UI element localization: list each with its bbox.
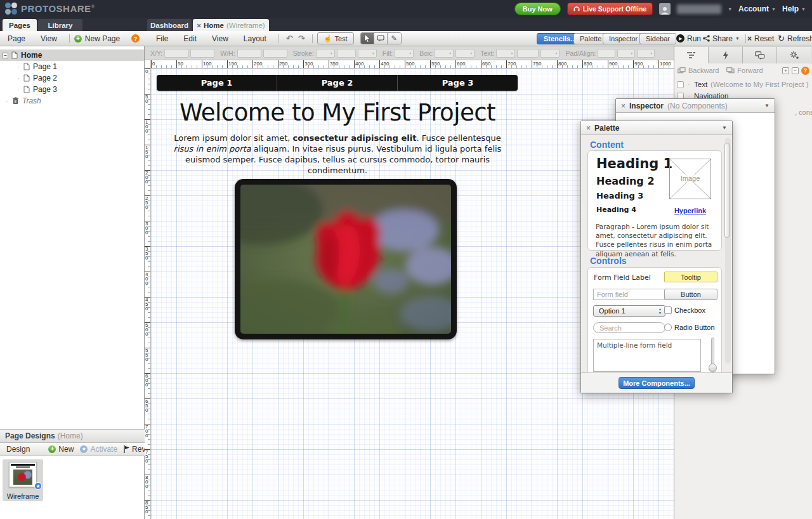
refresh-button[interactable]: ↻Refresh xyxy=(778,34,812,43)
tab-close-icon[interactable]: × xyxy=(197,22,201,29)
comment-tool[interactable] xyxy=(374,33,388,44)
text-font-dropdown[interactable]: ▾ xyxy=(496,49,515,58)
palette-radio[interactable]: Radio Button xyxy=(664,324,715,331)
inspector-button[interactable]: Inspector xyxy=(603,33,644,44)
share-button[interactable]: Share ▼ xyxy=(703,34,740,43)
layout-menu[interactable]: Layout xyxy=(236,34,274,43)
new-design-button[interactable]: +New xyxy=(45,445,77,454)
palette-textarea[interactable]: Multiple-line form field xyxy=(593,339,701,372)
user-avatar[interactable] xyxy=(659,3,671,15)
design-thumbnail-wireframe[interactable]: ★ Wireframe xyxy=(3,459,43,501)
expand-all-button[interactable]: + xyxy=(782,67,789,74)
help-menu[interactable]: Help▼ xyxy=(782,4,806,13)
wireframe-paragraph[interactable]: Lorem ipsum dolor sit amet, consectetur … xyxy=(170,133,505,176)
wireframe-navigation-bar[interactable]: Page 1 Page 2 Page 3 xyxy=(157,75,518,91)
username-blurred[interactable] xyxy=(677,4,721,14)
outline-item-text[interactable]: · Text (Welcome to My First Project ) xyxy=(674,79,812,90)
tab-dashboard[interactable]: Dashboard xyxy=(147,19,192,31)
run-button[interactable]: ▶Run xyxy=(676,34,701,43)
pad-input[interactable] xyxy=(598,49,615,58)
palette-header[interactable]: × Palette ▼ xyxy=(581,121,732,135)
tree-item-trash[interactable]: · Trash xyxy=(0,95,144,107)
palette-heading2[interactable]: Heading 2 xyxy=(596,175,655,187)
inspector-close-icon[interactable]: × xyxy=(621,102,625,110)
inspector-caret-icon[interactable]: ▼ xyxy=(764,103,769,108)
tab-pages[interactable]: Pages xyxy=(3,19,37,31)
wireframe-nav-page-3[interactable]: Page 3 xyxy=(398,75,518,91)
test-button[interactable]: ☝Test xyxy=(317,32,354,44)
view-menu[interactable]: View xyxy=(204,34,236,43)
tab-comments[interactable] xyxy=(743,47,777,63)
tree-item-home[interactable]: − Home xyxy=(0,49,144,61)
tab-library[interactable]: Library xyxy=(38,19,82,31)
buy-now-button[interactable]: Buy Now xyxy=(514,3,561,15)
tab-home-wireframe[interactable]: × Home (Wireframe) xyxy=(193,19,269,31)
review-button[interactable]: Review xyxy=(121,445,145,454)
stroke-color-dropdown[interactable]: ▾ xyxy=(358,49,377,58)
palette-paragraph[interactable]: Paragraph - Lorem ipsum dolor sit amet, … xyxy=(596,222,715,258)
undo-icon[interactable]: ↶ xyxy=(284,34,296,43)
palette-caret-icon[interactable]: ▼ xyxy=(722,125,727,131)
tab-outline[interactable] xyxy=(674,47,709,63)
backward-button[interactable]: Backward xyxy=(688,67,719,74)
account-menu[interactable]: Account▼ xyxy=(738,4,776,13)
palette-form-label[interactable]: Form Field Label xyxy=(594,273,651,282)
checkbox-icon[interactable] xyxy=(664,306,672,314)
redo-icon[interactable]: ↷ xyxy=(296,34,308,43)
palette-scroll-thumb[interactable] xyxy=(724,143,730,238)
radio-icon[interactable] xyxy=(664,324,672,331)
fill-dropdown[interactable]: ▾ xyxy=(395,49,414,58)
outline-checkbox[interactable] xyxy=(677,81,684,88)
align-dropdown-1[interactable]: ▾ xyxy=(617,49,635,58)
new-page-button[interactable]: New Page xyxy=(85,34,120,43)
y-input[interactable] xyxy=(190,49,214,58)
forward-button[interactable]: Forward xyxy=(737,67,763,74)
wireframe-heading[interactable]: Welcome to My First Project xyxy=(157,99,518,126)
sidebar-help-icon[interactable]: ? xyxy=(801,67,809,75)
reset-button[interactable]: ×Reset xyxy=(747,34,774,43)
palette-tooltip[interactable]: Tooltip xyxy=(664,272,717,282)
w-input[interactable] xyxy=(237,49,261,58)
h-input[interactable] xyxy=(263,49,287,58)
palette-form-field[interactable] xyxy=(593,289,665,300)
palette-close-icon[interactable]: × xyxy=(586,124,591,133)
collapse-all-button[interactable]: − xyxy=(792,67,799,74)
palette-checkbox[interactable]: Checkbox xyxy=(664,306,705,314)
page-menu[interactable]: Page xyxy=(0,34,33,43)
wireframe-tulip-image[interactable] xyxy=(235,179,457,339)
collapse-icon[interactable]: − xyxy=(3,53,8,58)
text-size-input[interactable] xyxy=(517,49,539,58)
palette-heading4[interactable]: Heading 4 xyxy=(596,206,636,214)
tree-item-page1[interactable]: · Page 1 xyxy=(0,61,144,72)
box-dropdown-1[interactable]: ▾ xyxy=(435,49,454,58)
live-support-button[interactable]: Live Support Offline xyxy=(567,3,653,15)
design-menu[interactable]: Design xyxy=(0,445,36,454)
text-style-dropdown[interactable]: ▾ xyxy=(540,49,560,58)
palette-search-field[interactable] xyxy=(593,322,665,333)
inspector-header[interactable]: × Inspector (No Components) ▼ xyxy=(616,99,775,113)
sidebar-button[interactable]: Sidebar xyxy=(639,33,676,44)
palette-heading3[interactable]: Heading 3 xyxy=(596,191,643,200)
pages-help-icon[interactable]: ? xyxy=(131,34,140,43)
palette-scrollbar[interactable] xyxy=(725,138,731,364)
file-menu[interactable]: File xyxy=(148,34,176,43)
tab-interactions[interactable] xyxy=(709,47,743,63)
select-tool[interactable] xyxy=(361,33,374,44)
palette-slider[interactable] xyxy=(711,338,714,371)
pen-tool[interactable]: ✎ xyxy=(388,33,401,44)
view-menu-left[interactable]: View xyxy=(33,34,65,43)
activate-button[interactable]: ★Activate xyxy=(77,445,121,454)
palette-hyperlink[interactable]: Hyperlink xyxy=(669,207,711,214)
edit-menu[interactable]: Edit xyxy=(176,34,204,43)
stroke-width-input[interactable] xyxy=(337,49,356,58)
slider-knob[interactable] xyxy=(709,364,717,372)
wireframe-nav-page-2[interactable]: Page 2 xyxy=(277,75,398,91)
palette-image-placeholder[interactable]: Image xyxy=(669,159,711,199)
tree-item-page2[interactable]: · Page 2 xyxy=(0,72,144,84)
tab-settings[interactable] xyxy=(777,47,811,63)
user-menu-caret-icon[interactable]: ▼ xyxy=(728,7,732,11)
align-dropdown-2[interactable]: ▾ xyxy=(637,49,655,58)
box-dropdown-2[interactable]: ▾ xyxy=(455,49,475,58)
tree-item-page3[interactable]: · Page 3 xyxy=(0,84,144,95)
stroke-style-dropdown[interactable]: ▾ xyxy=(316,49,335,58)
